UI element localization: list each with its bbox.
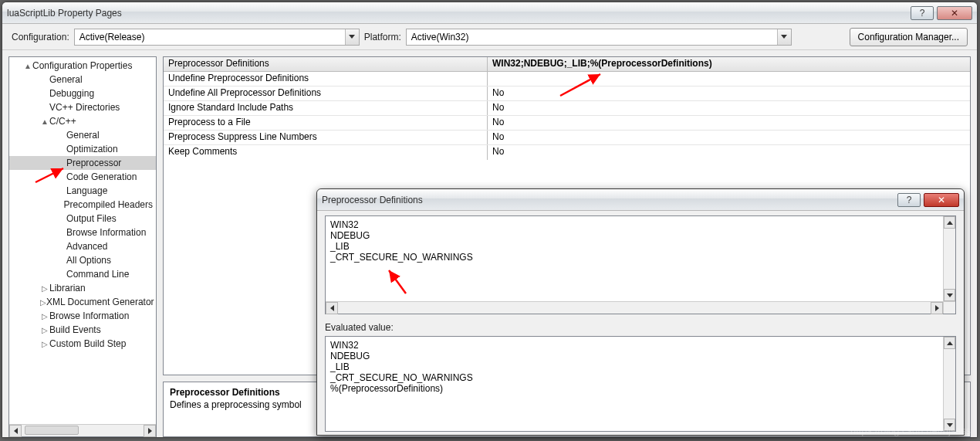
- tree-item[interactable]: ▲C/C++: [9, 114, 156, 128]
- property-name: Ignore Standard Include Paths: [164, 101, 488, 115]
- property-value[interactable]: No: [488, 101, 970, 115]
- configuration-manager-button[interactable]: Configuration Manager...: [850, 28, 968, 46]
- configuration-value: Active(Release): [79, 32, 145, 42]
- tree-item-label: Preprocessor: [66, 158, 121, 168]
- textbox-horizontal-scrollbar[interactable]: [326, 301, 943, 314]
- property-value[interactable]: WIN32;NDEBUG;_LIB;%(PreprocessorDefiniti…: [488, 57, 970, 71]
- scroll-up-icon[interactable]: [944, 216, 955, 229]
- popup-body: WIN32 NDEBUG _LIB _CRT_SECURE_NO_WARNING…: [317, 211, 964, 435]
- tree-item-label: VC++ Directories: [49, 102, 120, 113]
- grid-row[interactable]: Undefine All Preprocessor DefinitionsNo: [164, 87, 970, 101]
- property-name: Preprocess to a File: [164, 116, 488, 130]
- popup-close-button[interactable]: ✕: [924, 193, 959, 207]
- tree-expand-icon[interactable]: ▲: [40, 117, 49, 126]
- popup-titlebar[interactable]: Preprocessor Definitions ? ✕: [317, 189, 964, 211]
- tree-item[interactable]: ▷Librarian: [9, 281, 156, 295]
- tree-item-label: Browse Information: [66, 227, 146, 238]
- tree-item-label: XML Document Generator: [46, 297, 154, 307]
- tree-item-label: General: [66, 130, 100, 141]
- tree-scroll-area[interactable]: ▲Configuration PropertiesGeneralDebuggin…: [9, 57, 156, 424]
- tree-item[interactable]: General: [9, 73, 156, 87]
- grid-row[interactable]: Undefine Preprocessor Definitions: [164, 72, 970, 87]
- tree-item[interactable]: General: [9, 128, 156, 142]
- tree-item[interactable]: All Options: [9, 253, 156, 267]
- scroll-left-icon[interactable]: [326, 302, 338, 314]
- tree-item-label: Output Files: [66, 213, 117, 224]
- tree-item-label: Precompiled Headers: [64, 199, 153, 210]
- tree-item[interactable]: Browse Information: [9, 226, 156, 239]
- chevron-down-icon: [345, 29, 359, 45]
- grid-row[interactable]: Preprocess to a FileNo: [164, 116, 970, 131]
- configuration-combo[interactable]: Active(Release): [74, 29, 360, 46]
- scroll-corner: [943, 301, 955, 314]
- platform-combo[interactable]: Active(Win32): [406, 29, 792, 46]
- tree-expand-icon[interactable]: ▲: [23, 62, 32, 70]
- property-name: Undefine All Preprocessor Definitions: [164, 87, 488, 100]
- tree-item-label: Optimization: [66, 144, 118, 154]
- evaluated-value-label: Evaluated value:: [325, 322, 956, 333]
- help-button[interactable]: ?: [911, 6, 934, 20]
- tree-item[interactable]: Language: [9, 184, 156, 198]
- help-icon: ?: [907, 195, 912, 205]
- tree-item-label: Language: [66, 185, 107, 196]
- main-titlebar[interactable]: luaScriptLib Property Pages ? ✕: [2, 2, 977, 24]
- tree-item[interactable]: VC++ Directories: [9, 100, 156, 114]
- close-icon: ✕: [938, 195, 945, 205]
- evaluated-value-box: WIN32 NDEBUG _LIB _CRT_SECURE_NO_WARNING…: [325, 336, 956, 432]
- evaluated-vertical-scrollbar[interactable]: [943, 337, 955, 431]
- scroll-left-icon[interactable]: [9, 425, 22, 437]
- tree-item[interactable]: Command Line: [9, 267, 156, 281]
- tree-item[interactable]: Output Files: [9, 212, 156, 226]
- tree-item[interactable]: Optimization: [9, 142, 156, 156]
- tree-item-label: Command Line: [66, 269, 129, 280]
- tree-expand-icon[interactable]: ▷: [40, 326, 49, 334]
- grid-row[interactable]: Keep CommentsNo: [164, 145, 970, 160]
- property-value[interactable]: No: [488, 131, 970, 144]
- tree-item[interactable]: ▷Custom Build Step: [9, 337, 156, 351]
- tree-item-label: Debugging: [49, 88, 94, 99]
- scroll-down-icon[interactable]: [944, 289, 955, 301]
- popup-title: Preprocessor Definitions: [322, 195, 894, 205]
- definitions-textbox[interactable]: WIN32 NDEBUG _LIB _CRT_SECURE_NO_WARNING…: [325, 215, 956, 314]
- scroll-right-icon[interactable]: [144, 425, 156, 437]
- grid-row[interactable]: Preprocess Suppress Line NumbersNo: [164, 131, 970, 145]
- property-value[interactable]: [488, 72, 970, 86]
- tree-item-label: Librarian: [49, 283, 86, 293]
- chevron-down-icon: [777, 29, 791, 45]
- tree-item[interactable]: ▷Browse Information: [9, 309, 156, 323]
- scroll-right-icon[interactable]: [931, 302, 943, 314]
- scroll-thumb[interactable]: [25, 426, 79, 435]
- popup-help-button[interactable]: ?: [897, 193, 921, 207]
- platform-label: Platform:: [364, 32, 401, 42]
- grid-row[interactable]: Ignore Standard Include PathsNo: [164, 101, 970, 116]
- property-value[interactable]: No: [488, 87, 970, 100]
- tree-expand-icon[interactable]: ▷: [40, 340, 49, 348]
- close-button[interactable]: ✕: [937, 6, 972, 20]
- textbox-vertical-scrollbar[interactable]: [943, 216, 955, 301]
- tree-item[interactable]: Preprocessor: [9, 156, 156, 170]
- tree-item[interactable]: Advanced: [9, 239, 156, 253]
- grid-row[interactable]: Preprocessor DefinitionsWIN32;NDEBUG;_LI…: [164, 57, 970, 72]
- definitions-text: WIN32 NDEBUG _LIB _CRT_SECURE_NO_WARNING…: [326, 216, 955, 266]
- tree-item[interactable]: ▷Build Events: [9, 323, 156, 337]
- tree-item[interactable]: Debugging: [9, 87, 156, 100]
- close-icon: ✕: [951, 8, 958, 19]
- tree-expand-icon[interactable]: ▷: [40, 298, 46, 307]
- property-name: Undefine Preprocessor Definitions: [164, 72, 488, 86]
- evaluated-value-text: WIN32 NDEBUG _LIB _CRT_SECURE_NO_WARNING…: [326, 337, 955, 397]
- help-icon: ?: [920, 8, 925, 19]
- property-value[interactable]: No: [488, 145, 970, 160]
- tree-item-label: Browse Information: [49, 310, 129, 321]
- tree-item[interactable]: Precompiled Headers: [9, 198, 156, 212]
- tree-item[interactable]: ▲Configuration Properties: [9, 59, 156, 73]
- tree-expand-icon[interactable]: ▷: [40, 312, 49, 321]
- property-value[interactable]: No: [488, 116, 970, 130]
- configuration-label: Configuration:: [12, 32, 69, 42]
- tree-item-label: Configuration Properties: [32, 60, 132, 71]
- category-tree[interactable]: ▲Configuration PropertiesGeneralDebuggin…: [8, 56, 157, 437]
- tree-expand-icon[interactable]: ▷: [40, 284, 49, 293]
- tree-item[interactable]: ▷XML Document Generator: [9, 295, 156, 309]
- tree-item[interactable]: Code Generation: [9, 170, 156, 184]
- scroll-up-icon[interactable]: [944, 337, 955, 349]
- tree-horizontal-scrollbar[interactable]: [9, 424, 156, 436]
